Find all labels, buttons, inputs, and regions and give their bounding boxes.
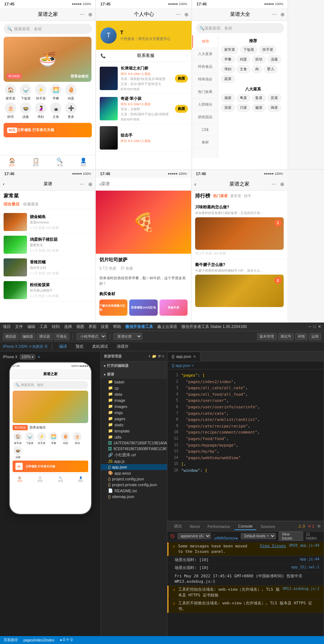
context-selector[interactable]: appservice (#2)	[177, 533, 211, 539]
window-maximize[interactable]: □	[313, 324, 316, 329]
nav-camera-icon-2[interactable]: ⊕	[184, 12, 189, 17]
tag-vegetable[interactable]: 蔬菜	[221, 75, 235, 83]
tab-sources[interactable]: Sources	[257, 523, 279, 530]
simulator-btn[interactable]: 模拟器	[3, 333, 19, 340]
test-btn[interactable]: 测试号	[278, 333, 294, 340]
window-minimize[interactable]: ─	[309, 324, 311, 329]
folder-data[interactable]: 📁data	[101, 391, 167, 397]
folder-imgs[interactable]: 📁imgs	[101, 409, 167, 416]
preview-btn[interactable]: 预览	[73, 343, 86, 350]
sidebar-item-baking[interactable]: 烘焙甜品	[192, 111, 218, 124]
refresh-icon[interactable]: ↺	[158, 354, 161, 358]
back-icon-4[interactable]: ‹	[3, 182, 4, 187]
rank-item-1[interactable]: 川味粉蒸肉怎么做? 米加香料炒至焦黄打成粉备用，五花肉切片加... 1 89.2…	[192, 201, 287, 259]
menu-project[interactable]: 项目	[3, 324, 11, 329]
back-icon-6[interactable]: ‹	[194, 181, 196, 187]
tag-breakfast[interactable]: 早餐	[221, 55, 235, 63]
folder-images[interactable]: 📁images	[101, 403, 167, 409]
file-appjson[interactable]: {}app.json	[101, 464, 167, 470]
editor-code-area[interactable]: 1 "pages": [ 2 "pages/index2/index", 3 "…	[167, 369, 324, 521]
menu-cloud[interactable]: 鑫上云深语	[157, 324, 177, 329]
new-file-icon[interactable]: +	[148, 354, 150, 358]
menu-file[interactable]: 文件	[15, 324, 23, 329]
prev-nav-discover[interactable]: 🔍发现	[50, 474, 71, 485]
debugger-btn[interactable]: 调试器	[37, 333, 53, 340]
prev-cat-6[interactable]: 🎂烘培	[72, 432, 83, 445]
movie-item-2[interactable]: 奇迹·笨小孩 评分 9.5 10w+人喜欢 导演：文牧野 主演：田间/易烊千玺/…	[96, 94, 192, 124]
cat-breakfast[interactable]: 🌅早餐	[49, 84, 63, 101]
editor-tab-close[interactable]: ✕	[193, 355, 196, 359]
cat-staple[interactable]: 🍙主食	[49, 102, 63, 119]
nav-dots-3[interactable]: ···	[272, 11, 277, 18]
prev-cat-3[interactable]: ⚡快手菜	[36, 432, 47, 445]
console-file-1[interactable]: VM20_app.js:44	[289, 543, 319, 547]
view-issues-btn[interactable]: View Issues	[279, 532, 303, 541]
tab-console[interactable]: Console	[234, 523, 256, 530]
prev-nav-recipe[interactable]: 📋菜谱	[30, 474, 50, 485]
console-file-5[interactable]: VM13.asdebug.js:1	[283, 587, 319, 591]
tag-soup[interactable]: 汤羹	[267, 55, 281, 63]
file-img-1[interactable]: 🖼1A7FD9A78671800F7C19B1A0A9E...	[101, 440, 167, 446]
folder-static[interactable]: 📁static	[101, 422, 167, 428]
window-close[interactable]: ✕	[318, 324, 321, 329]
search-bar-3[interactable]: 🔍 搜索菜谱、食材	[196, 23, 284, 33]
food-item-3[interactable]: 香辣田螺 指尖学义码 1.1万 热度 180 收藏	[0, 256, 95, 279]
food-item-4[interactable]: 粉丝烩菠菜 秋天南山都很不 1.2万 热度 136 收藏	[0, 279, 95, 302]
mode-selector[interactable]: 小程序模式	[76, 333, 107, 340]
nav-dots-2[interactable]: ···	[176, 11, 181, 18]
rank-item-2[interactable]: 酱牛腱子怎么做? 牛腱子用香料和调味料腌制半小时，加水大火... 2	[192, 259, 287, 311]
nav-camera-icon-3[interactable]: ⊕	[280, 12, 285, 17]
nav-camera-icon[interactable]: ⊕	[88, 12, 93, 17]
buy-banner-2[interactable]: 投资领取100元红包	[129, 299, 157, 316]
prev-cat-2[interactable]: 🍚下饭菜	[24, 432, 35, 445]
buy-banner-3[interactable]: 美食外卖	[159, 299, 188, 316]
customer-service[interactable]: 📞 联系客服 ›	[96, 50, 192, 62]
cat-pregnant[interactable]: 🤰孕妇	[34, 102, 48, 119]
real-debug-btn[interactable]: 真机调试	[89, 343, 111, 350]
nav-camera-6[interactable]: ⊕	[280, 181, 284, 187]
tag-yue[interactable]: 粤菜	[237, 94, 250, 102]
phone-x-btn[interactable]: ✕	[37, 355, 40, 359]
compile-btn[interactable]: 编译	[56, 343, 70, 350]
view-issues-link[interactable]: View Issues	[260, 543, 286, 548]
menu-view[interactable]: 视图	[76, 324, 84, 329]
nav-discover[interactable]: 🔍发现	[48, 155, 72, 169]
cat-rice[interactable]: 🍚下饭菜	[19, 84, 32, 101]
editor-tab-appjson[interactable]: {} app.json ✕	[167, 352, 201, 361]
details-btn[interactable]: 评情	[295, 333, 307, 340]
sidebar-item-crowd[interactable]: 人群细分	[192, 98, 218, 111]
nav-home[interactable]: 🏠首页	[0, 155, 24, 169]
tag-fast[interactable]: 快手菜	[259, 46, 276, 54]
file-url[interactable]: 🔗小红图库.url	[101, 452, 167, 458]
folder-utils[interactable]: 📁utils	[101, 434, 167, 440]
prev-cat-5[interactable]: 🥚鸡蛋	[60, 432, 71, 445]
prev-nav-home[interactable]: 🏠首页	[10, 474, 30, 485]
food-item-1[interactable]: 烧金鲳鱼 茵晨emission 1.3万 热度 123 收藏	[0, 211, 95, 234]
back-bar-5[interactable]: ‹ 菜谱	[96, 178, 191, 191]
sidebar-item-recommend[interactable]: 推荐	[192, 35, 218, 48]
preview-search[interactable]: 🔍 搜索菜谱、食材	[13, 381, 88, 389]
sidebar-item-occasion[interactable]: 特殊场合	[192, 73, 218, 86]
clear-console-icon[interactable]: 🚫	[170, 534, 175, 538]
tab-hot[interactable]: 热门菜谱	[213, 194, 228, 199]
collapse-icon[interactable]: ≡	[162, 354, 164, 358]
menu-help[interactable]: 帮助	[113, 324, 121, 329]
version-mgr-btn[interactable]: 版本管理	[257, 333, 276, 340]
console-file-2[interactable]: app.js:44	[300, 557, 319, 561]
buy-banner-1[interactable]: 了解为何采摘最大红包	[99, 299, 127, 316]
tag-staple[interactable]: 主食	[237, 65, 250, 73]
file-sitemap[interactable]: {}sitemap.json	[101, 494, 167, 499]
tag-pregnant[interactable]: 孕妇	[221, 65, 235, 73]
menu-goto[interactable]: 转到	[52, 324, 60, 329]
prev-cat-1[interactable]: 🏠家常菜	[13, 432, 23, 445]
tag-hui[interactable]: 徽菜	[252, 104, 266, 112]
sidebar-item-eight[interactable]: 八大菜系	[192, 48, 218, 61]
ops-btn[interactable]: 运维	[309, 333, 321, 340]
tab-debug[interactable]: 调试	[170, 523, 185, 530]
folder-image[interactable]: 📁image	[101, 397, 167, 403]
new-folder-icon[interactable]: 📁	[152, 354, 156, 358]
tab-home-cook[interactable]: 家常菜	[230, 194, 241, 199]
ad-banner-1[interactable]: 66元 立即领取 打车券天天领	[4, 123, 92, 137]
visual-btn[interactable]: 可视化	[54, 333, 69, 340]
project-selector[interactable]: 菜谱社群	[113, 333, 142, 340]
